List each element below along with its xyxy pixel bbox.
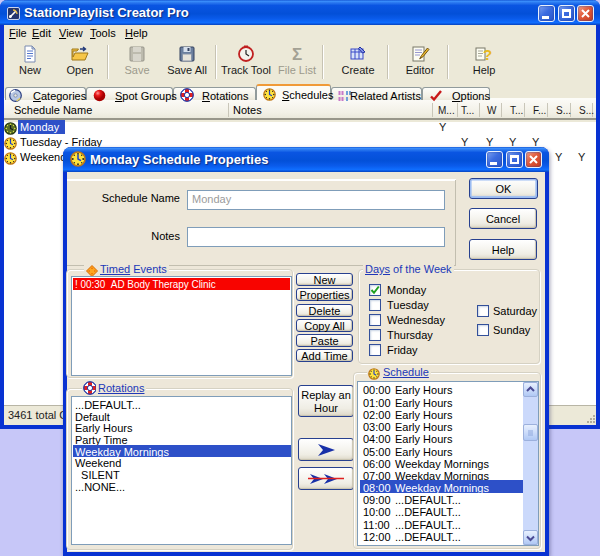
svg-text:Σ: Σ xyxy=(292,45,302,63)
svg-text:?: ? xyxy=(483,46,492,63)
